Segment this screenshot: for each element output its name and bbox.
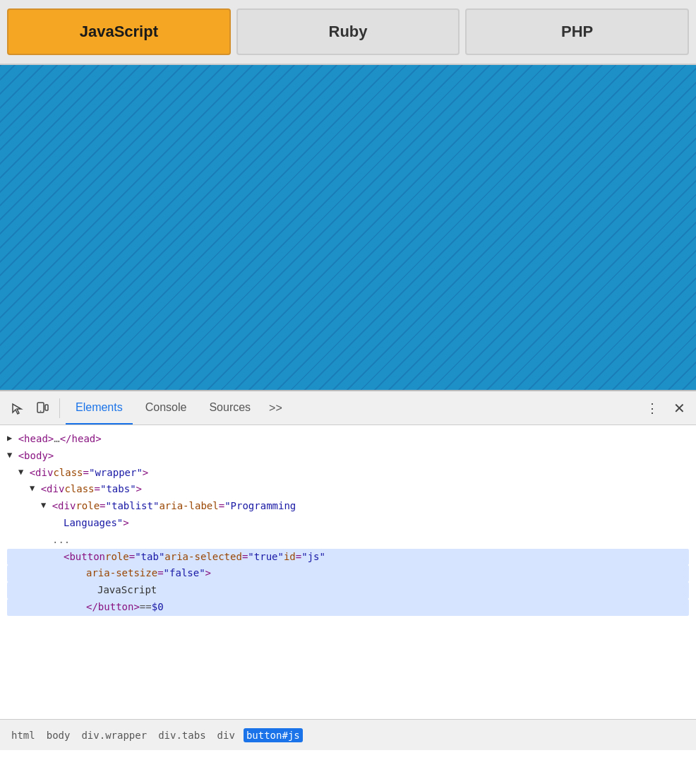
breadcrumb-div[interactable]: div (215, 728, 238, 742)
triangle-wrapper[interactable]: ▼ (18, 465, 23, 479)
dom-line-button-close: </button> == $0 (7, 599, 689, 616)
devtools-panel: Elements Console Sources >> ⋮ ✕ ▶ <head>… (0, 390, 696, 750)
device-toggle-button[interactable] (31, 397, 54, 420)
dom-line-wrapper: ▼ <div class = "wrapper" > (7, 465, 689, 482)
tab-javascript[interactable]: JavaScript (7, 8, 231, 55)
devtools-tab-elements[interactable]: Elements (66, 391, 133, 424)
devtools-toolbar-right: ⋮ ✕ (641, 397, 690, 420)
dom-line-button-text: JavaScript (7, 582, 689, 599)
devtools-toolbar: Elements Console Sources >> ⋮ ✕ (0, 391, 696, 425)
breadcrumb-body[interactable]: body (44, 728, 73, 742)
breadcrumb-bar: html body div.wrapper div.tabs div butto… (0, 719, 696, 750)
svg-rect-1 (45, 405, 48, 410)
dom-line-ellipsis: ... (7, 532, 689, 549)
devtools-tab-more[interactable]: >> (263, 398, 288, 419)
tab-ruby[interactable]: Ruby (236, 8, 460, 55)
dom-line-head: ▶ <head> … </head> (7, 431, 689, 448)
breadcrumb-div-wrapper[interactable]: div.wrapper (78, 728, 150, 742)
breadcrumb-button-js[interactable]: button#js (244, 728, 303, 742)
devtools-tab-console[interactable]: Console (136, 391, 197, 424)
triangle-tabs[interactable]: ▼ (30, 481, 35, 495)
tab-content-area (0, 65, 696, 390)
toolbar-divider (59, 398, 60, 418)
breadcrumb-html[interactable]: html (8, 728, 38, 742)
dom-line-body: ▼ <body> (7, 448, 689, 465)
dom-line-tablist: ▼ <div role = "tablist" aria-label = "Pr… (7, 498, 689, 515)
dom-line-button-1[interactable]: <button role = "tab" aria-selected = "tr… (7, 549, 689, 566)
dom-tree[interactable]: ▶ <head> … </head> ▼ <body> ▼ <div class… (0, 425, 696, 719)
dom-line-tabs: ▼ <div class = "tabs" > (7, 481, 689, 498)
triangle-head[interactable]: ▶ (7, 431, 12, 445)
inspect-element-button[interactable] (6, 397, 28, 420)
devtools-close-button[interactable]: ✕ (668, 397, 690, 420)
breadcrumb-div-tabs[interactable]: div.tabs (155, 728, 208, 742)
svg-point-2 (40, 410, 42, 412)
tab-bar: JavaScript Ruby PHP (0, 0, 696, 65)
dom-line-button-2[interactable]: aria-setsize = "false" > (7, 565, 689, 582)
triangle-tablist[interactable]: ▼ (41, 498, 46, 512)
dom-line-tablist-cont: Languages" > (7, 515, 689, 532)
devtools-tab-sources[interactable]: Sources (199, 391, 260, 424)
devtools-menu-button[interactable]: ⋮ (641, 397, 664, 420)
triangle-body[interactable]: ▼ (7, 448, 12, 462)
tab-php[interactable]: PHP (465, 8, 689, 55)
